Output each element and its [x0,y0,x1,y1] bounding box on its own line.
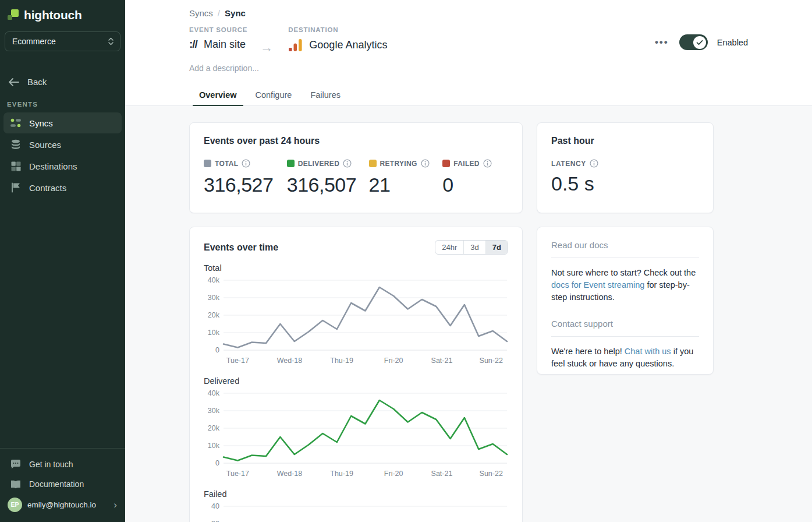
metric-delivered: DELIVERED 316,507 [287,159,369,196]
destination-block: DESTINATION Google Analytics [288,26,387,52]
retrying-swatch-icon [369,160,377,167]
tab-configure[interactable]: Configure [249,86,299,105]
total-swatch-icon [204,160,211,167]
sidebar-item-label: Syncs [29,118,53,128]
metric-value: 316,507 [287,174,369,196]
svg-text:10k: 10k [208,442,220,450]
hightouch-logo-text: hightouch [24,8,82,22]
svg-text:Wed-18: Wed-18 [277,357,303,365]
app-window: hightouch Ecommerce Back EVENTS [0,0,812,522]
hightouch-logo: hightouch [0,0,125,29]
failed-line-chart: 010203040 [204,500,509,522]
event-streaming-docs-link[interactable]: docs for Event streaming [551,280,644,290]
tab-bar: Overview Configure Failures [193,86,748,105]
svg-text:0: 0 [215,459,219,467]
back-button[interactable]: Back [0,70,125,93]
time-range-selector: 24hr 3d 7d [435,240,508,255]
delivered-chart-label: Delivered [204,376,508,386]
footer-item-label: Get in touch [29,460,73,469]
breadcrumb-separator: / [218,8,220,18]
events-24h-title: Events over past 24 hours [204,136,508,146]
svg-text:20k: 20k [208,424,220,432]
metric-label: FAILED [453,160,479,168]
info-icon[interactable] [590,159,598,168]
book-icon [10,480,22,489]
metric-retrying: RETRYING 21 [369,159,443,196]
svg-text:Tue-17: Tue-17 [226,357,249,365]
chevron-right-icon: › [114,500,117,510]
read-our-docs-block: Read our docs Not sure where to start? C… [551,240,699,304]
latency-value: 0.5 s [551,172,699,195]
range-7d-button[interactable]: 7d [486,241,508,254]
metric-label: DELIVERED [298,160,339,168]
svg-text:Fri-20: Fri-20 [384,357,403,365]
footer-item-label: Documentation [29,479,84,489]
events-24h-card: Events over past 24 hours TOTAL [189,122,523,213]
page-content: Events over past 24 hours TOTAL [125,106,812,522]
back-label: Back [27,77,47,87]
docs-text: Not sure where to start? Check out the [551,268,696,277]
check-icon [696,40,703,45]
svg-text:10k: 10k [208,329,220,337]
info-icon[interactable] [343,159,352,168]
breadcrumb-parent[interactable]: Syncs [189,8,213,18]
total-chart-label: Total [204,263,508,273]
sidebar-nav: Syncs Sources [0,112,125,198]
past-hour-card: Past hour LATENCY 0.5 s [537,122,714,213]
svg-text:Fri-20: Fri-20 [384,470,403,478]
info-icon[interactable] [242,159,250,168]
database-icon [10,139,22,150]
get-in-touch-button[interactable]: Get in touch [3,454,122,474]
range-3d-button[interactable]: 3d [464,241,485,254]
svg-text:40: 40 [211,502,219,510]
metrics-row: TOTAL 316,527 [204,159,508,196]
metric-total: TOTAL 316,527 [204,159,287,196]
contact-support-block: Contact support We're here to help! Chat… [551,319,699,370]
delivered-swatch-icon [287,160,295,167]
tab-failures[interactable]: Failures [304,86,347,105]
grid-icon [10,160,22,172]
svg-text:40k: 40k [208,389,220,397]
svg-text:Thu-19: Thu-19 [330,470,353,478]
total-line-chart: 010k20k30k40kTue-17Wed-18Thu-19Fri-20Sat… [204,274,509,370]
tab-overview[interactable]: Overview [193,86,243,105]
sidebar-item-contracts[interactable]: Contracts [3,177,122,198]
google-analytics-icon [288,38,303,52]
breadcrumb: Syncs / Sync [189,8,748,18]
sidebar-item-syncs[interactable]: Syncs [3,112,122,133]
info-icon[interactable] [421,159,430,168]
overflow-menu-button[interactable]: ••• [654,35,670,50]
past-hour-title: Past hour [551,136,699,146]
workspace-selector[interactable]: Ecommerce [5,31,120,51]
sidebar-item-label: Sources [29,140,61,150]
enabled-toggle[interactable] [679,34,708,50]
destination-name: Google Analytics [309,39,387,51]
sidebar-item-sources[interactable]: Sources [3,134,122,155]
svg-text:Wed-18: Wed-18 [277,470,303,478]
svg-text:30k: 30k [208,407,220,415]
support-text: We're here to help! [551,347,625,356]
toggle-knob [693,36,706,49]
latency-label: LATENCY [551,160,586,168]
arrow-right-icon: → [260,41,273,54]
description-placeholder[interactable]: Add a description... [189,64,748,73]
workspace-selector-value: Ecommerce [12,37,56,46]
metric-label: RETRYING [380,160,417,168]
sidebar: hightouch Ecommerce Back EVENTS [0,0,125,522]
svg-text:30: 30 [211,520,219,522]
event-source-label: EVENT SOURCE [189,26,247,33]
metric-value: 316,527 [204,174,287,196]
chat-bubble-icon [10,460,22,469]
user-account-button[interactable]: EP emily@hightouch.io › [3,494,122,515]
back-arrow-icon [8,78,19,86]
info-icon[interactable] [483,159,492,168]
chat-with-us-link[interactable]: Chat with us [625,347,671,356]
breadcrumb-current: Sync [225,8,246,18]
metric-value: 0 [442,174,508,196]
documentation-button[interactable]: Documentation [3,474,122,494]
failed-chart-label: Failed [204,489,508,499]
metric-failed: FAILED 0 [442,159,508,196]
sidebar-item-destinations[interactable]: Destinations [3,156,122,177]
range-24hr-button[interactable]: 24hr [435,241,464,254]
js-source-icon: :// [189,38,197,51]
